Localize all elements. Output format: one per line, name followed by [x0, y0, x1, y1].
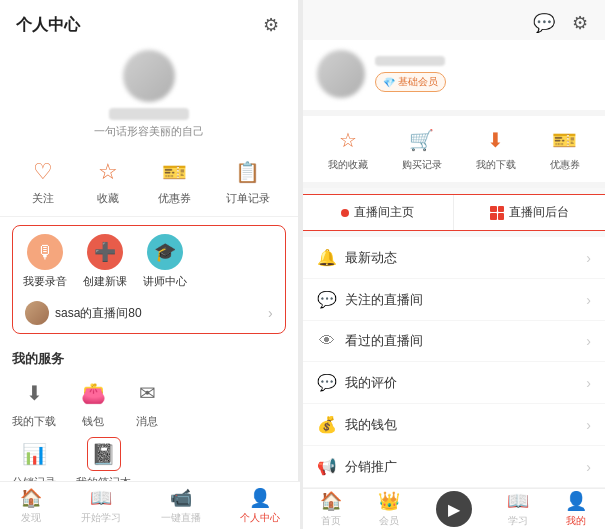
- rnav-mine[interactable]: 👤 我的: [565, 490, 587, 528]
- notebook-icon: 📓: [87, 437, 121, 471]
- live-icon: 📹: [170, 487, 192, 509]
- bottom-nav-right: 🏠 首页 👑 会员 ▶ 📖 学习 👤 我的: [303, 488, 606, 529]
- right-profile-section: 💎 基础会员: [303, 40, 606, 116]
- profile-section: 一句话形容美丽的自己: [0, 44, 298, 149]
- follow-label: 关注: [32, 191, 54, 206]
- rq-purchase-icon: 🛒: [408, 126, 436, 154]
- menu-review[interactable]: 💬 我的评价 ›: [303, 362, 606, 404]
- live-room-text: sasa的直播间80: [55, 305, 268, 322]
- rq-purchase[interactable]: 🛒 购买记录: [402, 126, 442, 172]
- study-label: 开始学习: [81, 511, 121, 525]
- live-tab-backend[interactable]: 直播间后台: [454, 195, 605, 230]
- rq-collect-label: 我的收藏: [328, 158, 368, 172]
- menu-wallet[interactable]: 💰 我的钱包 ›: [303, 404, 606, 446]
- r-wallet-label: 我的钱包: [345, 416, 587, 434]
- action-order[interactable]: 📋 订单记录: [226, 157, 270, 206]
- nav-live[interactable]: 📹 一键直播: [161, 487, 201, 525]
- collect-icon: ☆: [93, 157, 123, 187]
- creator-teacher[interactable]: 🎓 讲师中心: [143, 234, 187, 289]
- creator-course[interactable]: ➕ 创建新课: [83, 234, 127, 289]
- watched-icon: 👁: [317, 332, 337, 350]
- action-collect[interactable]: ☆ 收藏: [93, 157, 123, 206]
- rnav-play[interactable]: ▶: [436, 491, 472, 527]
- live-grid-icon: [490, 206, 504, 220]
- order-icon: 📋: [233, 157, 263, 187]
- live-tab2-label: 直播间后台: [509, 204, 569, 221]
- rnav-home[interactable]: 🏠 首页: [320, 490, 342, 528]
- rnav-vip[interactable]: 👑 会员: [378, 490, 400, 528]
- right-profile-name-blur: [375, 56, 445, 66]
- menu-latest[interactable]: 🔔 最新动态 ›: [303, 237, 606, 279]
- live-tabs: 直播间主页 直播间后台: [303, 195, 606, 230]
- right-avatar: [317, 50, 365, 98]
- r-wallet-chevron: ›: [586, 417, 591, 433]
- rq-download[interactable]: ⬇ 我的下载: [476, 126, 516, 172]
- live-room-row[interactable]: sasa的直播间80 ›: [23, 297, 275, 325]
- services-section: 我的服务 ⬇ 我的下载 👛 钱包 ✉ 消息 📊 分销记录 📓 我的笔记本: [0, 342, 298, 498]
- nav-profile[interactable]: 👤 个人中心: [240, 487, 280, 525]
- rq-download-icon: ⬇: [482, 126, 510, 154]
- r-distribute-label: 分销推广: [345, 458, 587, 476]
- teacher-icon: 🎓: [147, 234, 183, 270]
- course-icon: ➕: [87, 234, 123, 270]
- action-coupon[interactable]: 🎫 优惠券: [158, 157, 191, 206]
- vip-badge: 💎 基础会员: [375, 72, 446, 92]
- profile-icon: 👤: [249, 487, 271, 509]
- settings-header-icon[interactable]: ⚙: [569, 12, 591, 34]
- action-follow[interactable]: ♡ 关注: [28, 157, 58, 206]
- coupon-label: 优惠券: [158, 191, 191, 206]
- message-icon: ✉: [130, 376, 164, 410]
- live-tab1-label: 直播间主页: [354, 204, 414, 221]
- review-icon: 💬: [317, 373, 337, 392]
- menu-follow-live[interactable]: 💬 关注的直播间 ›: [303, 279, 606, 321]
- quick-actions-bar: ♡ 关注 ☆ 收藏 🎫 优惠券 📋 订单记录: [0, 149, 298, 217]
- live-room-avatar: [25, 301, 49, 325]
- play-btn-icon[interactable]: ▶: [436, 491, 472, 527]
- r-mine-label: 我的: [566, 514, 586, 528]
- profile-desc: 一句话形容美丽的自己: [94, 124, 204, 139]
- menu-watched-live[interactable]: 👁 看过的直播间 ›: [303, 321, 606, 362]
- r-home-label: 首页: [321, 514, 341, 528]
- collect-label: 收藏: [97, 191, 119, 206]
- message-header-icon[interactable]: 💬: [533, 12, 555, 34]
- services-title: 我的服务: [12, 350, 286, 368]
- r-vip-label: 会员: [379, 514, 399, 528]
- rnav-learning[interactable]: 📖 学习: [507, 490, 529, 528]
- rq-collect[interactable]: ☆ 我的收藏: [328, 126, 368, 172]
- settings-icon[interactable]: ⚙: [260, 14, 282, 36]
- service-download[interactable]: ⬇ 我的下载: [12, 376, 56, 429]
- rq-coupon-label: 优惠券: [550, 158, 580, 172]
- latest-label: 最新动态: [345, 249, 587, 267]
- follow-live-icon: 💬: [317, 290, 337, 309]
- rq-collect-icon: ☆: [334, 126, 362, 154]
- nav-discover[interactable]: 🏠 发现: [20, 487, 42, 525]
- order-label: 订单记录: [226, 191, 270, 206]
- service-message[interactable]: ✉ 消息: [130, 376, 164, 429]
- vip-icon: 💎: [383, 77, 395, 88]
- download-icon: ⬇: [17, 376, 51, 410]
- live-tab-homepage[interactable]: 直播间主页: [303, 195, 455, 230]
- service-wallet[interactable]: 👛 钱包: [76, 376, 110, 429]
- live-label: 一键直播: [161, 511, 201, 525]
- r-vip-icon: 👑: [378, 490, 400, 512]
- r-distribute-chevron: ›: [586, 459, 591, 475]
- latest-icon: 🔔: [317, 248, 337, 267]
- creator-record[interactable]: 🎙 我要录音: [23, 234, 67, 289]
- right-quick-actions: ☆ 我的收藏 🛒 购买记录 ⬇ 我的下载 🎫 优惠券: [303, 116, 606, 188]
- creator-row: 🎙 我要录音 ➕ 创建新课 🎓 讲师中心: [23, 234, 275, 289]
- teacher-label: 讲师中心: [143, 274, 187, 289]
- menu-distribute[interactable]: 📢 分销推广 ›: [303, 446, 606, 488]
- record-label: 我要录音: [23, 274, 67, 289]
- wallet-label: 钱包: [82, 414, 104, 429]
- follow-icon: ♡: [28, 157, 58, 187]
- review-label: 我的评价: [345, 374, 587, 392]
- live-room-chevron: ›: [268, 305, 273, 321]
- right-profile-info: 💎 基础会员: [375, 56, 592, 93]
- coupon-icon: 🎫: [159, 157, 189, 187]
- rq-download-label: 我的下载: [476, 158, 516, 172]
- wallet-icon: 👛: [76, 376, 110, 410]
- rq-coupon[interactable]: 🎫 优惠券: [550, 126, 580, 172]
- watched-chevron: ›: [586, 333, 591, 349]
- r-home-icon: 🏠: [320, 490, 342, 512]
- nav-study[interactable]: 📖 开始学习: [81, 487, 121, 525]
